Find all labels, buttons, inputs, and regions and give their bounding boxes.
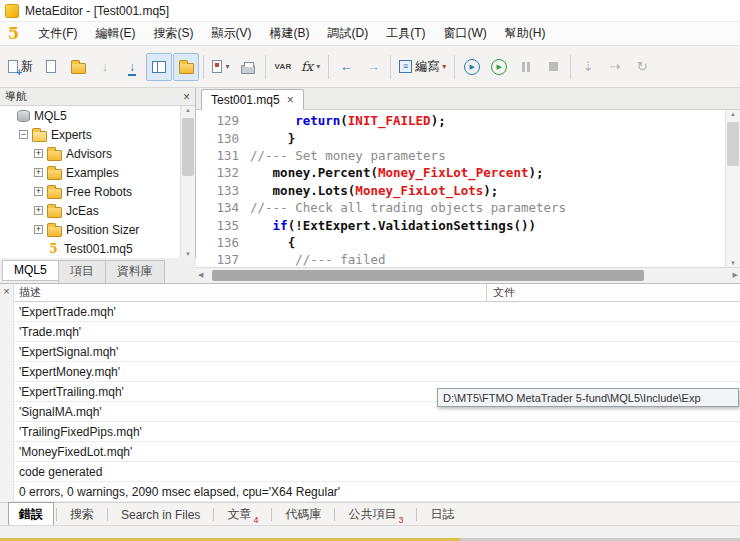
- navigator-close-icon[interactable]: ×: [183, 91, 190, 103]
- menu-item[interactable]: 工具(T): [377, 21, 434, 46]
- output-row[interactable]: 'ExpertMoney.mqh': [14, 362, 740, 382]
- stop-button[interactable]: [540, 53, 566, 81]
- print-button[interactable]: [235, 53, 261, 81]
- toggle-navigator-button[interactable]: [146, 53, 172, 81]
- metaeditor-window: MetaEditor - [Test001.mq5] 5 文件(F)編輯(E)搜…: [0, 0, 740, 541]
- scroll-up-icon[interactable]: ▲: [181, 107, 195, 113]
- menu-items: 文件(F)編輯(E)搜索(S)顯示(V)構建(B)調試(D)工具(T)窗口(W)…: [29, 21, 554, 46]
- scroll-right-icon[interactable]: ▶: [733, 271, 738, 279]
- toolbar-separator: [454, 55, 455, 79]
- line-number: 133: [196, 183, 250, 198]
- code-area[interactable]: 129 return(INIT_FAILED);130 }131//--- Se…: [196, 110, 725, 267]
- expander-spacer: [34, 244, 43, 253]
- step-over-button[interactable]: ⇢: [602, 53, 628, 81]
- scroll-up-icon[interactable]: ▲: [726, 111, 740, 117]
- navigator-scrollbar[interactable]: ▲ ▼: [180, 106, 195, 258]
- search-docs-button[interactable]: ▾: [208, 53, 234, 81]
- code-text: //--- Set money parameters: [250, 148, 446, 163]
- expand-icon[interactable]: +: [34, 206, 43, 215]
- scroll-down-icon[interactable]: ▼: [181, 251, 195, 257]
- scroll-left-icon[interactable]: ◀: [198, 271, 203, 279]
- scrollbar-thumb[interactable]: [182, 118, 194, 176]
- output-row[interactable]: 'TrailingFixedPips.mqh': [14, 422, 740, 442]
- navigator-tab[interactable]: MQL5: [2, 260, 59, 281]
- output-row[interactable]: code generated: [14, 462, 740, 482]
- tab-close-icon[interactable]: ×: [287, 94, 294, 106]
- output-tab[interactable]: 文章4: [216, 502, 269, 527]
- menu-item[interactable]: 文件(F): [29, 21, 86, 46]
- editor-vertical-scrollbar[interactable]: ▲ ▼: [725, 110, 740, 267]
- open-folder-button[interactable]: [65, 53, 91, 81]
- compile-button[interactable]: ≡ 編寫 ▾: [395, 53, 450, 81]
- editor-horizontal-scrollbar[interactable]: ◀ ▶: [196, 267, 740, 283]
- menu-item[interactable]: 調試(D): [318, 21, 377, 46]
- tree-item[interactable]: +Free Robots: [0, 182, 181, 201]
- search-docs-icon: [212, 60, 222, 73]
- restart-icon: ↻: [637, 60, 648, 73]
- storage-commit-button[interactable]: ↓: [119, 53, 145, 81]
- output-row[interactable]: 'MoneyFixedLot.mqh': [14, 442, 740, 462]
- scrollbar-thumb[interactable]: [727, 122, 739, 166]
- tab-separator: [416, 508, 417, 521]
- output-tab[interactable]: 代碼庫: [274, 502, 332, 527]
- code-text: return(INIT_FAILED);: [250, 113, 446, 128]
- expand-icon[interactable]: +: [34, 149, 43, 158]
- output-row[interactable]: 0 errors, 0 warnings, 2090 msec elapsed,…: [14, 482, 740, 502]
- menu-item[interactable]: 幫助(H): [496, 21, 555, 46]
- new-file-button[interactable]: 新: [4, 53, 37, 81]
- menu-item[interactable]: 構建(B): [260, 21, 318, 46]
- output-tab-label: 代碼庫: [285, 506, 321, 523]
- toggle-toolbox-button[interactable]: [173, 53, 199, 81]
- menu-item[interactable]: 窗口(W): [434, 21, 495, 46]
- output-row[interactable]: 'ExpertSignal.mqh': [14, 342, 740, 362]
- scroll-down-icon[interactable]: ▼: [726, 260, 740, 266]
- output-tab[interactable]: 日誌: [419, 502, 465, 527]
- tree-item[interactable]: 5Test001.mq5: [0, 239, 181, 258]
- menu-item[interactable]: 編輯(E): [86, 21, 144, 46]
- output-row[interactable]: 'ExpertTrade.mqh': [14, 302, 740, 322]
- tree-item[interactable]: MQL5: [0, 106, 181, 125]
- step-into-button[interactable]: ⇣: [575, 53, 601, 81]
- folder-icon: [71, 63, 86, 74]
- navigator-tab[interactable]: 資料庫: [105, 260, 165, 284]
- navigator-tab[interactable]: 項目: [58, 260, 106, 284]
- insert-function-button[interactable]: fx ▾: [297, 53, 324, 81]
- pause-button[interactable]: [513, 53, 539, 81]
- expand-icon[interactable]: +: [34, 168, 43, 177]
- menu-item[interactable]: 顯示(V): [202, 21, 260, 46]
- run-button[interactable]: ▶: [486, 53, 512, 81]
- column-file[interactable]: 文件: [487, 285, 515, 300]
- navigate-forward-button[interactable]: →: [360, 53, 386, 81]
- output-row-text: 'SignalMA.mqh': [19, 405, 102, 419]
- restart-button[interactable]: ↻: [629, 53, 655, 81]
- tab-separator: [107, 508, 108, 521]
- tree-item[interactable]: +Examples: [0, 163, 181, 182]
- column-description[interactable]: 描述: [14, 284, 487, 301]
- editor-tab-test001[interactable]: Test001.mq5 ×: [201, 89, 304, 110]
- output-panel: × 描述 文件 'ExpertTrade.mqh''Trade.mqh''Exp…: [0, 283, 740, 525]
- variables-button[interactable]: VAR: [270, 53, 296, 81]
- storage-pull-button[interactable]: ↓: [92, 53, 118, 81]
- navigate-back-button[interactable]: ←: [333, 53, 359, 81]
- navigator-header: 導航 ×: [0, 88, 195, 106]
- status-bar: [0, 525, 740, 541]
- start-debug-button[interactable]: ▶: [459, 53, 485, 81]
- open-file-button[interactable]: [38, 53, 64, 81]
- code-line: 129 return(INIT_FAILED);: [196, 112, 725, 129]
- collapse-icon[interactable]: −: [19, 130, 28, 139]
- tree-item[interactable]: −Experts: [0, 125, 181, 144]
- output-tab[interactable]: Search in Files: [110, 504, 211, 526]
- expand-icon[interactable]: +: [34, 187, 43, 196]
- tree-item[interactable]: +Advisors: [0, 144, 181, 163]
- output-tab[interactable]: 公共項目3: [337, 502, 414, 527]
- expand-icon[interactable]: +: [34, 225, 43, 234]
- code-text: //--- failed: [250, 252, 385, 267]
- output-row[interactable]: 'Trade.mqh': [14, 322, 740, 342]
- tree-item[interactable]: +JcEas: [0, 201, 181, 220]
- output-close-icon[interactable]: ×: [0, 286, 13, 297]
- menu-item[interactable]: 搜索(S): [144, 21, 202, 46]
- scrollbar-thumb[interactable]: [212, 270, 644, 281]
- output-tab[interactable]: 錯誤: [8, 502, 54, 527]
- tree-item[interactable]: +Position Sizer: [0, 220, 181, 239]
- output-tab[interactable]: 搜索: [59, 502, 105, 527]
